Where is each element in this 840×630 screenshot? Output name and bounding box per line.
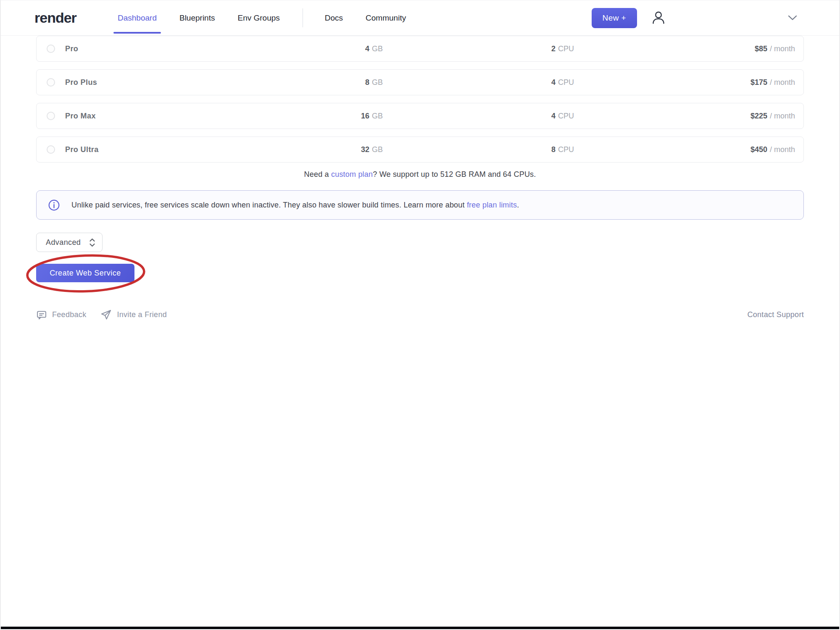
plan-price: $85/ month (574, 45, 795, 53)
create-button-area: Create Web Service (36, 264, 134, 282)
invite-friend-link[interactable]: Invite a Friend (100, 309, 167, 320)
info-icon (48, 200, 60, 211)
invite-label: Invite a Friend (117, 310, 167, 319)
plan-name: Pro Plus (65, 78, 97, 87)
user-avatar-icon[interactable] (650, 9, 667, 27)
radio-button-pro-max[interactable] (47, 112, 55, 120)
paper-plane-icon (100, 309, 112, 320)
radio-button-pro[interactable] (47, 45, 55, 53)
custom-plan-prefix: Need a (304, 170, 331, 178)
plan-row-pro-ultra[interactable]: Pro Ultra 32GB 8CPU $450/ month (36, 136, 804, 163)
feedback-chat-icon (36, 310, 47, 320)
free-plan-limits-link[interactable]: free plan limits (467, 201, 517, 209)
advanced-label: Advanced (46, 238, 81, 247)
nav-divider (303, 8, 303, 27)
main-content: Pro 4GB 2CPU $85/ month Pro Plus 8GB 4CP… (36, 36, 804, 320)
plan-ram: 32GB (223, 145, 383, 154)
render-create-service-page: render Dashboard Blueprints Env Groups D… (0, 0, 840, 630)
feedback-link[interactable]: Feedback (36, 310, 86, 320)
page-footer: Feedback Invite a Friend Contact Support (36, 309, 804, 320)
nav-tab-dashboard[interactable]: Dashboard (118, 0, 157, 35)
plan-name: Pro Max (65, 112, 96, 121)
info-text-body: Unlike paid services, free services scal… (71, 201, 467, 209)
nav-tab-env-groups[interactable]: Env Groups (237, 0, 279, 35)
advanced-toggle[interactable]: Advanced (36, 233, 103, 252)
plan-name: Pro (65, 45, 78, 53)
plan-cpu: 8CPU (383, 145, 574, 154)
nav-link-community[interactable]: Community (366, 0, 406, 35)
bottom-window-edge (1, 627, 839, 629)
sort-chevrons-icon (89, 238, 95, 247)
free-plan-info-banner: Unlike paid services, free services scal… (36, 190, 804, 220)
custom-plan-link[interactable]: custom plan (331, 170, 373, 178)
plan-price: $450/ month (574, 145, 795, 154)
feedback-label: Feedback (52, 310, 86, 319)
custom-plan-suffix: ? We support up to 512 GB RAM and 64 CPU… (373, 170, 536, 178)
top-nav: render Dashboard Blueprints Env Groups D… (1, 0, 839, 36)
plan-price: $225/ month (574, 112, 795, 121)
info-text-suffix: . (517, 201, 519, 209)
render-logo[interactable]: render (34, 10, 84, 26)
radio-button-pro-ultra[interactable] (47, 145, 55, 154)
plan-cpu: 4CPU (383, 112, 574, 121)
plan-list: Pro 4GB 2CPU $85/ month Pro Plus 8GB 4CP… (36, 36, 804, 163)
plan-ram: 16GB (223, 112, 383, 121)
plan-ram: 4GB (223, 45, 383, 53)
plan-row-pro-plus[interactable]: Pro Plus 8GB 4CPU $175/ month (36, 69, 804, 95)
plan-cpu: 2CPU (383, 45, 574, 53)
chevron-down-icon[interactable] (788, 15, 797, 21)
plan-name: Pro Ultra (65, 145, 99, 154)
new-button[interactable]: New + (592, 8, 637, 28)
plan-ram: 8GB (223, 78, 383, 87)
contact-support-link[interactable]: Contact Support (747, 310, 804, 319)
nav-tab-blueprints[interactable]: Blueprints (179, 0, 215, 35)
custom-plan-note: Need a custom plan? We support up to 512… (36, 170, 804, 179)
plan-row-pro-max[interactable]: Pro Max 16GB 4CPU $225/ month (36, 103, 804, 129)
plan-cpu: 4CPU (383, 78, 574, 87)
nav-right-controls: New + (592, 0, 839, 35)
nav-link-docs[interactable]: Docs (325, 0, 343, 35)
plan-row-pro[interactable]: Pro 4GB 2CPU $85/ month (36, 36, 804, 62)
info-banner-text: Unlike paid services, free services scal… (71, 201, 519, 210)
create-web-service-button[interactable]: Create Web Service (36, 264, 134, 282)
radio-button-pro-plus[interactable] (47, 78, 55, 87)
plan-price: $175/ month (574, 78, 795, 87)
primary-nav: Dashboard Blueprints Env Groups Docs Com… (118, 0, 429, 35)
